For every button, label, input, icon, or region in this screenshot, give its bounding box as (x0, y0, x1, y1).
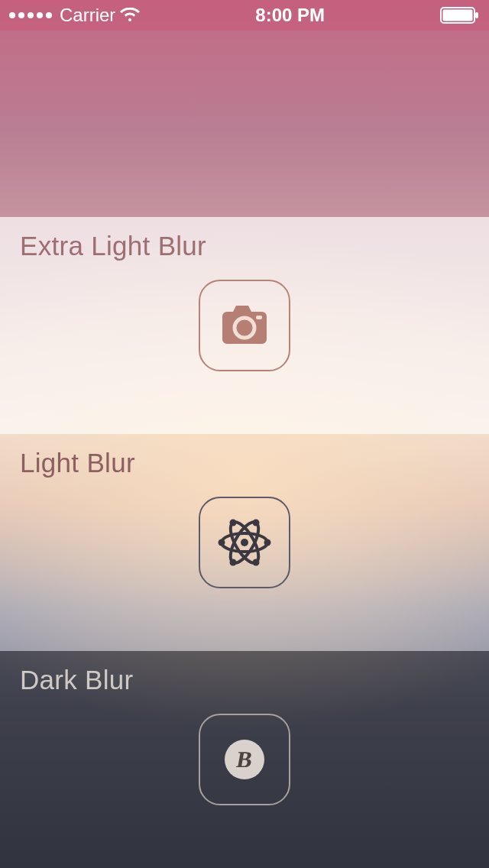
svg-point-8 (241, 539, 248, 546)
camera-icon (219, 306, 270, 345)
svg-point-11 (253, 520, 260, 526)
svg-rect-4 (256, 316, 262, 319)
signal-dots-icon (9, 12, 52, 18)
clock: 8:00 PM (255, 5, 325, 26)
svg-point-12 (230, 559, 237, 566)
svg-point-10 (219, 539, 225, 546)
dark-blur-button[interactable]: B (199, 714, 290, 805)
svg-point-14 (230, 520, 237, 526)
panel-extra-light-blur: Extra Light Blur (0, 217, 489, 434)
panel-dark-blur: Dark Blur B (0, 651, 489, 868)
blur-panels: Extra Light Blur Light Blur (0, 217, 489, 868)
svg-rect-2 (475, 12, 478, 18)
status-right (440, 7, 480, 24)
atom-icon (215, 513, 274, 572)
carrier-label: Carrier (60, 5, 115, 26)
status-bar: Carrier 8:00 PM (0, 0, 489, 31)
battery-icon (440, 7, 480, 24)
light-blur-button[interactable] (199, 497, 290, 588)
panel-label: Light Blur (20, 448, 469, 478)
status-left: Carrier (9, 5, 140, 26)
wifi-icon (120, 8, 140, 23)
svg-rect-1 (442, 10, 472, 21)
extra-light-blur-button[interactable] (199, 280, 290, 371)
bitcoin-icon: B (225, 740, 264, 779)
panel-label: Dark Blur (20, 665, 469, 695)
svg-point-13 (253, 559, 260, 566)
panel-label: Extra Light Blur (20, 231, 469, 261)
panel-light-blur: Light Blur (0, 434, 489, 651)
svg-point-9 (264, 539, 271, 546)
